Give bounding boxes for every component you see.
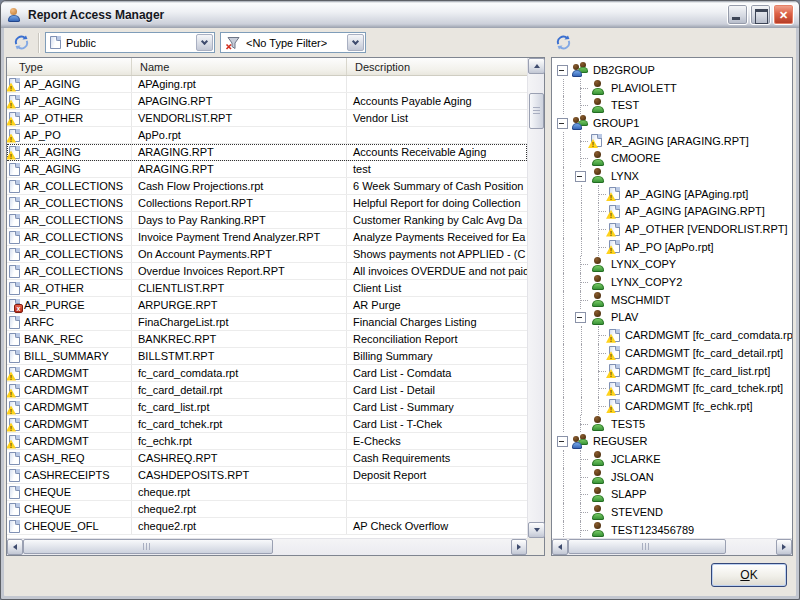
- table-row[interactable]: !AR_AGINGARAGING.RPTAccounts Receivable …: [7, 144, 527, 161]
- table-row[interactable]: CHEQUEcheque2.rpt: [7, 501, 527, 518]
- tree-node[interactable]: SLAPP: [555, 486, 792, 504]
- tree-node[interactable]: !AP_AGING [APAging.rpt]: [555, 185, 792, 203]
- tree-node[interactable]: !CARDMGMT [fc_card_tchek.rpt]: [555, 379, 792, 397]
- scroll-left-button[interactable]: [552, 539, 568, 555]
- scroll-right-button[interactable]: [776, 539, 792, 555]
- tree-collapse-button[interactable]: [573, 309, 589, 327]
- report-icon: [9, 452, 20, 465]
- user-icon: [590, 469, 606, 484]
- tree-node[interactable]: !CARDMGMT [fc_card_comdata.rpt]: [555, 326, 792, 344]
- table-row[interactable]: AR_COLLECTIONSInvoice Payment Trend Anal…: [7, 229, 527, 246]
- table-row[interactable]: xAR_PURGEARPURGE.RPTAR Purge: [7, 297, 527, 314]
- table-row[interactable]: AR_OTHERCLIENTLIST.RPTClient List: [7, 280, 527, 297]
- table-row[interactable]: AR_COLLECTIONSDays to Pay Ranking.RPTCus…: [7, 212, 527, 229]
- type-filter-combo[interactable]: <No Type Filter>: [220, 32, 366, 53]
- table-row[interactable]: !CARDMGMTfc_card_comdata.rptCard List - …: [7, 365, 527, 382]
- scroll-right-button[interactable]: [511, 539, 527, 555]
- tree-horizontal-scrollbar[interactable]: [552, 538, 792, 555]
- scroll-track[interactable]: [528, 74, 544, 522]
- tree-node[interactable]: JCLARKE: [555, 450, 792, 468]
- tree-guide-line: [555, 203, 573, 221]
- scroll-thumb[interactable]: [23, 539, 273, 554]
- column-header-description[interactable]: Description: [347, 58, 527, 75]
- table-row[interactable]: AR_COLLECTIONSCash Flow Projections.rpt6…: [7, 178, 527, 195]
- tree-node[interactable]: !CARDMGMT [fc_card_list.rpt]: [555, 362, 792, 380]
- table-row[interactable]: AR_COLLECTIONSOverdue Invoices Report.RP…: [7, 263, 527, 280]
- scroll-left-button[interactable]: [7, 539, 23, 555]
- tree-node[interactable]: TEST123456789: [555, 521, 792, 538]
- tree-guide-line: [555, 415, 573, 433]
- refresh-reports-button[interactable]: [9, 31, 33, 55]
- minimize-button[interactable]: [727, 4, 748, 25]
- type-filter-combo-dropdown[interactable]: [347, 34, 364, 51]
- scroll-thumb[interactable]: [529, 93, 544, 129]
- warning-triangle-icon: !: [7, 151, 16, 160]
- table-row[interactable]: CASHRECEIPTSCASHDEPOSITS.RPTDeposit Repo…: [7, 467, 527, 484]
- table-row[interactable]: !CARDMGMTfc_card_list.rptCard List - Sum…: [7, 399, 527, 416]
- tree-node[interactable]: REGUSER: [555, 432, 792, 450]
- table-row[interactable]: CHEQUEcheque.rpt: [7, 484, 527, 501]
- ok-button[interactable]: OK: [711, 563, 787, 587]
- tree-node[interactable]: LYNX_COPY: [555, 256, 792, 274]
- tree-node[interactable]: LYNX: [555, 167, 792, 185]
- table-vertical-scrollbar[interactable]: [527, 58, 544, 538]
- tree-node[interactable]: GROUP1: [555, 114, 792, 132]
- scroll-track[interactable]: [568, 539, 776, 555]
- table-row[interactable]: !CARDMGMTfc_echk.rptE-Checks: [7, 433, 527, 450]
- tree-guide-line: [591, 397, 607, 415]
- scroll-track[interactable]: [23, 539, 511, 555]
- table-row[interactable]: !AP_AGINGAPAging.rpt: [7, 76, 527, 93]
- table-row[interactable]: !CARDMGMTfc_card_detail.rptCard List - D…: [7, 382, 527, 399]
- tree-node[interactable]: CMOORE: [555, 149, 792, 167]
- report-group-combo-dropdown[interactable]: [196, 34, 213, 51]
- name-cell: cheque.rpt: [138, 486, 190, 498]
- tree-node[interactable]: DB2GROUP: [555, 61, 792, 79]
- tree-collapse-button[interactable]: [555, 114, 571, 132]
- tree-node[interactable]: TEST: [555, 96, 792, 114]
- tree-node[interactable]: !CARDMGMT [fc_card_detail.rpt]: [555, 344, 792, 362]
- scroll-thumb[interactable]: [568, 539, 726, 554]
- tree-node[interactable]: STEVEND: [555, 503, 792, 521]
- table-row[interactable]: CHEQUE_OFLcheque2.rptAP Check Overflow: [7, 518, 527, 535]
- tree-collapse-button[interactable]: [555, 432, 571, 450]
- tree-collapse-button[interactable]: [555, 61, 571, 79]
- table-row[interactable]: AR_COLLECTIONSCollections Report.RPTHelp…: [7, 195, 527, 212]
- report-warning-icon: !: [9, 146, 20, 159]
- tree-node[interactable]: !AP_PO [ApPo.rpt]: [555, 238, 792, 256]
- refresh-tree-button[interactable]: [551, 31, 575, 55]
- table-row[interactable]: !AP_POApPo.rpt: [7, 127, 527, 144]
- maximize-button[interactable]: [750, 4, 771, 25]
- table-row[interactable]: AR_AGINGARAGING.RPTtest: [7, 161, 527, 178]
- table-row[interactable]: CASH_REQCASHREQ.RPTCash Requirements: [7, 450, 527, 467]
- table-row[interactable]: !AP_AGINGAPAGING.RPTAccounts Payable Agi…: [7, 93, 527, 110]
- tree-node[interactable]: !AR_AGING [ARAGING.RPT]: [555, 132, 792, 150]
- tree-node[interactable]: JSLOAN: [555, 468, 792, 486]
- tree-node[interactable]: !CARDMGMT [fc_echk.rpt]: [555, 397, 792, 415]
- table-horizontal-scrollbar[interactable]: [7, 538, 527, 555]
- tree-node[interactable]: !AP_OTHER [VENDORLIST.RPT]: [555, 220, 792, 238]
- column-header-name[interactable]: Name: [132, 58, 347, 75]
- tree-node-label: AR_AGING [ARAGING.RPT]: [607, 135, 749, 147]
- warning-triangle-icon: !: [606, 210, 616, 219]
- tree-collapse-button[interactable]: [573, 167, 589, 185]
- tree-node[interactable]: MSCHMIDT: [555, 291, 792, 309]
- table-row[interactable]: !CARDMGMTfc_card_tchek.rptCard List - T-…: [7, 416, 527, 433]
- table-row[interactable]: BANK_RECBANKREC.RPTReconciliation Report: [7, 331, 527, 348]
- table-row[interactable]: BILL_SUMMARYBILLSTMT.RPTBilling Summary: [7, 348, 527, 365]
- scroll-up-button[interactable]: [528, 58, 545, 74]
- report-icon: [9, 265, 20, 278]
- table-row[interactable]: AR_COLLECTIONSOn Account Payments.RPTSho…: [7, 246, 527, 263]
- titlebar[interactable]: Report Access Manager: [1, 1, 799, 28]
- tree-node[interactable]: PLAVIOLETT: [555, 79, 792, 97]
- tree-node-label: PLAVIOLETT: [611, 82, 677, 94]
- table-row[interactable]: ARFCFinaChargeList.rptFinancial Charges …: [7, 314, 527, 331]
- close-button[interactable]: [773, 4, 794, 25]
- tree-node[interactable]: TEST5: [555, 415, 792, 433]
- scroll-down-button[interactable]: [528, 522, 545, 538]
- column-header-type[interactable]: Type: [7, 58, 132, 75]
- tree-node[interactable]: !AP_AGING [APAGING.RPT]: [555, 203, 792, 221]
- tree-node[interactable]: PLAV: [555, 309, 792, 327]
- table-row[interactable]: !AP_OTHERVENDORLIST.RPTVendor List: [7, 110, 527, 127]
- report-group-combo[interactable]: Public: [45, 32, 215, 53]
- tree-node[interactable]: LYNX_COPY2: [555, 273, 792, 291]
